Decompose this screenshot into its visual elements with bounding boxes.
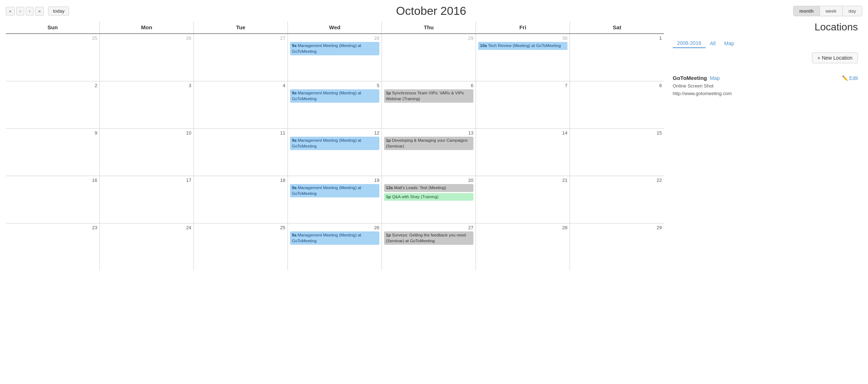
calendar-day-w2d2[interactable]: 11	[194, 129, 288, 176]
calendar-day-w0d2[interactable]: 27	[194, 34, 288, 81]
event-time: 9a	[292, 138, 297, 142]
day-number: 9	[8, 130, 97, 136]
day-number: 6	[384, 83, 473, 88]
calendar-day-w1d5[interactable]: 7	[476, 81, 570, 128]
event-time: 1p	[386, 195, 391, 199]
day-number: 1	[572, 35, 662, 41]
event-w3d4e0[interactable]: 12a Matt's Leads: Test (Meeting)	[384, 184, 473, 192]
calendar-day-w0d1[interactable]: 26	[100, 34, 194, 81]
calendar-day-w3d2[interactable]: 18	[194, 176, 288, 223]
calendar-day-w3d5[interactable]: 21	[476, 176, 570, 223]
event-time: 1p	[386, 91, 391, 95]
calendar-day-w1d2[interactable]: 4	[194, 81, 288, 128]
day-number: 20	[384, 178, 473, 183]
calendar-week-1: 23459a Management Meeting (Meeting) at G…	[6, 81, 664, 129]
day-header-tue: Tue	[194, 21, 288, 33]
calendar-day-w2d1[interactable]: 10	[100, 129, 194, 176]
calendar-day-w3d3[interactable]: 199a Management Meeting (Meeting) at GoT…	[288, 176, 382, 223]
event-time: 9a	[292, 185, 297, 190]
calendar-day-w0d6[interactable]: 1	[570, 34, 664, 81]
event-w1d3e0[interactable]: 9a Management Meeting (Meeting) at GoToM…	[290, 89, 379, 103]
calendar-day-w1d0[interactable]: 2	[6, 81, 100, 128]
view-week-btn[interactable]: week	[820, 6, 843, 16]
calendar-day-w3d1[interactable]: 17	[100, 176, 194, 223]
calendar-day-w4d5[interactable]: 28	[476, 223, 570, 270]
day-number: 24	[102, 225, 191, 230]
event-text: Surveys: Getting the feedback you need (…	[386, 233, 466, 243]
new-location-row: + New Location	[673, 52, 858, 71]
day-number: 27	[384, 225, 473, 230]
sidebar: Locations 2008-2016 All Map + New Locati…	[664, 21, 867, 380]
day-number: 17	[102, 178, 191, 183]
location-entry: GoToMeeting Map ✏️ Edit Online Screen Sh…	[673, 75, 858, 98]
calendar-day-w4d0[interactable]: 23	[6, 223, 100, 270]
event-w4d3e0[interactable]: 9a Management Meeting (Meeting) at GoToM…	[290, 231, 379, 245]
calendar-day-w2d3[interactable]: 129a Management Meeting (Meeting) at GoT…	[288, 129, 382, 176]
app-container: « ‹ › » today October 2016 month week da…	[0, 0, 868, 384]
event-w0d5e0[interactable]: 10a Tech Review (Meeting) at GoToMeeting	[478, 42, 567, 50]
calendar-week-3: 161718199a Management Meeting (Meeting) …	[6, 176, 664, 223]
edit-location-btn[interactable]: ✏️ Edit	[842, 75, 858, 81]
calendar-day-w4d3[interactable]: 269a Management Meeting (Meeting) at GoT…	[288, 223, 382, 270]
day-number: 21	[478, 178, 567, 183]
prev-btn[interactable]: ‹	[16, 7, 24, 16]
event-time: 1p	[386, 138, 391, 142]
day-header-mon: Mon	[100, 21, 194, 33]
day-number: 27	[196, 35, 285, 41]
calendar-day-w2d5[interactable]: 14	[476, 129, 570, 176]
today-btn[interactable]: today	[48, 7, 69, 16]
calendar-day-w2d4[interactable]: 131p Developing & Managing your Campaign…	[382, 129, 476, 176]
calendar-day-w0d3[interactable]: 289a Management Meeting (Meeting) at GoT…	[288, 34, 382, 81]
day-number: 13	[384, 130, 473, 136]
calendar-day-w1d6[interactable]: 8	[570, 81, 664, 128]
prev-prev-btn[interactable]: «	[6, 7, 15, 16]
calendar-day-w4d4[interactable]: 271p Surveys: Getting the feedback you n…	[382, 223, 476, 270]
event-time: 1p	[386, 233, 391, 237]
calendar-day-w3d4[interactable]: 2012a Matt's Leads: Test (Meeting)1p Q&A…	[382, 176, 476, 223]
next-btn[interactable]: ›	[26, 7, 34, 16]
day-number: 5	[290, 83, 379, 88]
calendar-day-w4d6[interactable]: 29	[570, 223, 664, 270]
event-text: Management Meeting (Meeting) at GoToMeet…	[292, 91, 361, 101]
calendar-day-w2d6[interactable]: 15	[570, 129, 664, 176]
event-text: Q&A with Shay (Training)	[392, 195, 439, 199]
calendar-day-w1d1[interactable]: 3	[100, 81, 194, 128]
calendar-day-w1d4[interactable]: 61p Synchronous Team VIPs: VARs & VIPs W…	[382, 81, 476, 128]
event-w0d3e0[interactable]: 9a Management Meeting (Meeting) at GoToM…	[290, 42, 379, 55]
event-w3d3e0[interactable]: 9a Management Meeting (Meeting) at GoToM…	[290, 184, 379, 197]
view-day-btn[interactable]: day	[843, 6, 862, 16]
event-w3d4e1[interactable]: 1p Q&A with Shay (Training)	[384, 193, 473, 201]
calendar-day-w4d2[interactable]: 25	[194, 223, 288, 270]
day-number: 28	[478, 225, 567, 230]
location-map-link[interactable]: Map	[710, 75, 720, 81]
event-w1d4e0[interactable]: 1p Synchronous Team VIPs: VARs & VIPs We…	[384, 89, 473, 103]
tab-map[interactable]: Map	[720, 39, 739, 48]
toolbar-left: « ‹ › » today	[6, 7, 69, 16]
location-detail-line2: http://www.gotomeeting.com	[673, 90, 858, 98]
day-number: 12	[290, 130, 379, 136]
day-header-sat: Sat	[570, 21, 664, 33]
tab-2008-2016[interactable]: 2008-2016	[673, 39, 706, 48]
tab-all[interactable]: All	[706, 39, 720, 48]
calendar-day-w0d0[interactable]: 25	[6, 34, 100, 81]
day-number: 3	[102, 83, 191, 88]
event-w2d4e0[interactable]: 1p Developing & Managing your Campaigns …	[384, 137, 473, 150]
calendar-day-w4d1[interactable]: 24	[100, 223, 194, 270]
event-time: 10a	[480, 43, 487, 48]
view-month-btn[interactable]: month	[793, 6, 820, 16]
calendar-day-w0d4[interactable]: 29	[382, 34, 476, 81]
event-w2d3e0[interactable]: 9a Management Meeting (Meeting) at GoToM…	[290, 137, 379, 150]
day-number: 29	[384, 35, 473, 41]
day-number: 4	[196, 83, 285, 88]
event-time: 9a	[292, 43, 297, 48]
toolbar: « ‹ › » today October 2016 month week da…	[6, 4, 862, 18]
calendar-day-w1d3[interactable]: 59a Management Meeting (Meeting) at GoTo…	[288, 81, 382, 128]
calendar-day-w0d5[interactable]: 3010a Tech Review (Meeting) at GoToMeeti…	[476, 34, 570, 81]
calendar-day-w3d6[interactable]: 22	[570, 176, 664, 223]
event-text: Management Meeting (Meeting) at GoToMeet…	[292, 233, 361, 243]
next-next-btn[interactable]: »	[35, 7, 44, 16]
event-w4d4e0[interactable]: 1p Surveys: Getting the feedback you nee…	[384, 231, 473, 245]
calendar-day-w3d0[interactable]: 16	[6, 176, 100, 223]
calendar-day-w2d0[interactable]: 9	[6, 129, 100, 176]
new-location-btn[interactable]: + New Location	[812, 52, 858, 63]
